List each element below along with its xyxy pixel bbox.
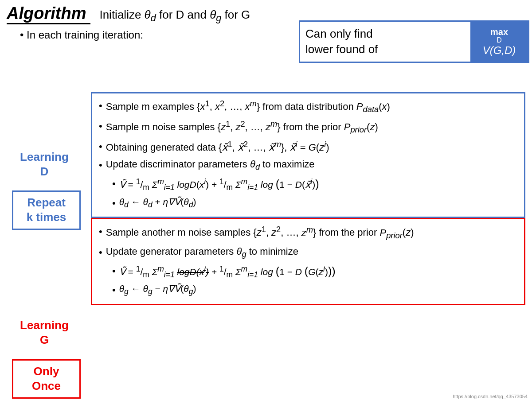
blue-bullet-1: • Sample m examples {x1, x2, …, xm} from… — [99, 98, 517, 116]
red-sub-bullet-2: • θg ← θg − η∇Ṽ(θg) — [112, 282, 517, 298]
red-sub-bullet-1: • Ṽ = 1/m Σmi=1 logD(xi) + 1/m Σmi=1 log… — [112, 263, 517, 281]
blue-bullet-2: • Sample m noise samples {z1, z2, …, zm}… — [99, 118, 517, 136]
repeat-k-times-box: Repeatk times — [12, 190, 81, 230]
max-label: max — [490, 27, 508, 37]
can-only-find-text: Can only findlower found of — [300, 23, 470, 61]
learning-d-label: LearningD — [16, 150, 73, 180]
red-bullet-2: • Update generator parameters θg to mini… — [99, 245, 517, 260]
red-border-box: • Sample another m noise samples {z1, z2… — [91, 218, 525, 305]
only-once-box: OnlyOnce — [12, 359, 81, 399]
initialize-text: Initialize θd for D and θg for G — [99, 4, 250, 25]
blue-border-box: • Sample m examples {x1, x2, …, xm} from… — [91, 92, 525, 218]
learning-g-label: LearningG — [16, 318, 73, 348]
red-bullet-1: • Sample another m noise samples {z1, z2… — [99, 224, 517, 241]
blue-bullet-4: • Update discriminator parameters θd to … — [99, 157, 517, 173]
max-sub: D — [497, 36, 502, 44]
max-box: max D V(G,D) — [470, 22, 528, 62]
blue-bullet-3: • Obtaining generated data {x̃1, x̃2, …,… — [99, 139, 517, 155]
algorithm-title: Algorithm — [7, 4, 90, 24]
max-formula: V(G,D) — [483, 44, 516, 57]
only-once-label: OnlyOnce — [16, 364, 77, 394]
repeat-label: Repeatk times — [16, 195, 77, 225]
can-only-find-box: Can only findlower found of max D V(G,D) — [299, 20, 529, 63]
watermark: https://blog.csdn.net/qq_43573054 — [453, 394, 528, 399]
blue-sub-bullet-1: • Ṽ = 1/m Σmi=1 logD(xi) + 1/m Σmi=1 log… — [112, 176, 517, 194]
blue-sub-bullet-2: • θd ← θd + η∇Ṽ(θd) — [112, 195, 517, 211]
